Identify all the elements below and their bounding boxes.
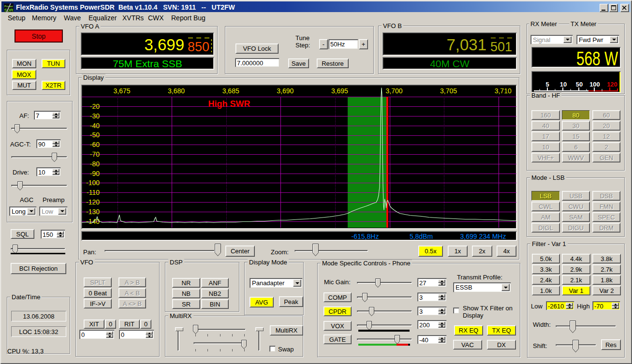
svg-text:7,031: 7,031 (446, 36, 486, 54)
svg-text:501: 501 (490, 40, 512, 54)
svg-text:-90: -90 (90, 170, 100, 177)
svg-text:10: 10 (560, 81, 567, 88)
svg-text:3,710: 3,710 (495, 87, 512, 95)
svg-text:850: 850 (188, 40, 209, 54)
svg-text:3,699: 3,699 (144, 36, 184, 54)
svg-text:-100: -100 (86, 179, 100, 187)
svg-text:-110: -110 (87, 189, 100, 196)
svg-text:3,680: 3,680 (168, 87, 185, 95)
svg-text:-60: -60 (90, 141, 100, 148)
svg-text:50: 50 (576, 81, 583, 88)
svg-text:-30: -30 (90, 112, 100, 120)
svg-text:-20: -20 (90, 102, 100, 110)
svg-text:3,690: 3,690 (277, 87, 294, 95)
svg-text:3,705: 3,705 (440, 87, 457, 95)
svg-text:3,700: 3,700 (385, 87, 402, 95)
svg-text:3,685: 3,685 (222, 87, 239, 95)
svg-text:-50: -50 (90, 131, 100, 139)
svg-text:3,675: 3,675 (113, 87, 130, 95)
svg-text:-130: -130 (86, 208, 100, 216)
svg-text:100: 100 (589, 81, 600, 88)
svg-text:120: 120 (607, 81, 617, 88)
svg-text:568 W: 568 W (576, 48, 618, 68)
svg-text:-120: -120 (86, 198, 100, 206)
svg-text:-70: -70 (90, 150, 100, 158)
svg-text:-40: -40 (90, 122, 100, 130)
svg-text:High SWR: High SWR (208, 99, 250, 109)
svg-text:-80: -80 (90, 160, 100, 168)
svg-text:3,695: 3,695 (331, 87, 348, 95)
svg-text:5: 5 (545, 81, 549, 88)
